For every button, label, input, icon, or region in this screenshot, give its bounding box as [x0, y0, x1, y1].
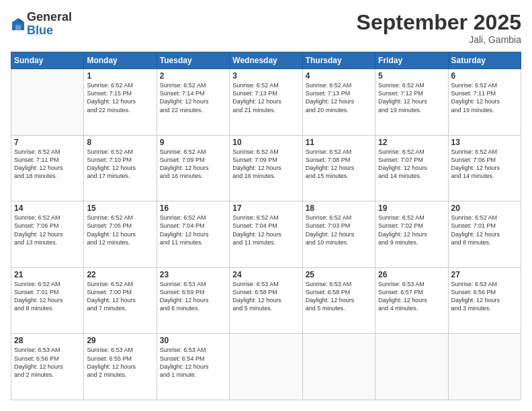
- calendar-cell: [302, 334, 375, 400]
- calendar-table: SundayMondayTuesdayWednesdayThursdayFrid…: [11, 52, 521, 400]
- day-number: 12: [378, 138, 445, 147]
- day-header-sunday: Sunday: [11, 52, 84, 69]
- calendar-cell: 5Sunrise: 6:52 AM Sunset: 7:12 PM Daylig…: [375, 69, 448, 136]
- calendar-cell: 13Sunrise: 6:52 AM Sunset: 7:06 PM Dayli…: [448, 135, 521, 201]
- calendar-cell: 30Sunrise: 6:53 AM Sunset: 6:54 PM Dayli…: [157, 334, 229, 400]
- day-number: 3: [232, 71, 299, 81]
- calendar-cell: 24Sunrise: 6:53 AM Sunset: 6:58 PM Dayli…: [230, 267, 302, 334]
- day-number: 18: [306, 203, 372, 213]
- day-info: Sunrise: 6:52 AM Sunset: 7:05 PM Dayligh…: [87, 214, 153, 246]
- calendar-week-1: 1Sunrise: 6:52 AM Sunset: 7:15 PM Daylig…: [11, 69, 521, 136]
- day-number: 25: [306, 270, 372, 279]
- calendar-cell: 21Sunrise: 6:52 AM Sunset: 7:01 PM Dayli…: [11, 267, 84, 334]
- calendar-cell: 25Sunrise: 6:53 AM Sunset: 6:58 PM Dayli…: [302, 267, 375, 334]
- day-info: Sunrise: 6:52 AM Sunset: 7:09 PM Dayligh…: [160, 148, 226, 181]
- day-header-friday: Friday: [375, 52, 448, 69]
- day-info: Sunrise: 6:52 AM Sunset: 7:02 PM Dayligh…: [378, 214, 445, 246]
- calendar-header-row: SundayMondayTuesdayWednesdayThursdayFrid…: [11, 52, 521, 69]
- day-info: Sunrise: 6:53 AM Sunset: 6:58 PM Dayligh…: [232, 280, 299, 313]
- calendar-cell: 9Sunrise: 6:52 AM Sunset: 7:09 PM Daylig…: [157, 135, 229, 201]
- day-number: 23: [160, 270, 226, 279]
- header: General Blue September 2025 Jali, Gambia: [11, 11, 521, 45]
- calendar-week-2: 7Sunrise: 6:52 AM Sunset: 7:11 PM Daylig…: [11, 135, 521, 201]
- logo-text: General Blue: [27, 11, 72, 38]
- day-number: 17: [232, 203, 299, 213]
- day-header-thursday: Thursday: [302, 52, 375, 69]
- day-info: Sunrise: 6:52 AM Sunset: 7:13 PM Dayligh…: [306, 81, 372, 114]
- day-info: Sunrise: 6:52 AM Sunset: 7:04 PM Dayligh…: [160, 214, 226, 246]
- day-number: 16: [160, 203, 226, 213]
- calendar-week-5: 28Sunrise: 6:53 AM Sunset: 6:56 PM Dayli…: [11, 334, 521, 400]
- day-info: Sunrise: 6:53 AM Sunset: 6:54 PM Dayligh…: [160, 346, 226, 379]
- calendar-cell: 8Sunrise: 6:52 AM Sunset: 7:10 PM Daylig…: [84, 135, 157, 201]
- location: Jali, Gambia: [357, 34, 521, 45]
- day-number: 19: [378, 203, 445, 213]
- page: General Blue September 2025 Jali, Gambia…: [0, 0, 532, 411]
- logo-icon: [11, 17, 26, 32]
- calendar-cell: [11, 69, 84, 136]
- day-number: 21: [14, 270, 81, 279]
- calendar-cell: 20Sunrise: 6:52 AM Sunset: 7:01 PM Dayli…: [448, 201, 521, 268]
- calendar-cell: 10Sunrise: 6:52 AM Sunset: 7:09 PM Dayli…: [230, 135, 302, 201]
- day-number: 2: [160, 71, 226, 81]
- day-info: Sunrise: 6:52 AM Sunset: 7:01 PM Dayligh…: [451, 214, 518, 246]
- day-info: Sunrise: 6:53 AM Sunset: 6:58 PM Dayligh…: [306, 280, 372, 313]
- day-info: Sunrise: 6:53 AM Sunset: 6:55 PM Dayligh…: [87, 346, 153, 379]
- calendar-cell: 17Sunrise: 6:52 AM Sunset: 7:04 PM Dayli…: [230, 201, 302, 268]
- calendar-cell: 23Sunrise: 6:53 AM Sunset: 6:59 PM Dayli…: [157, 267, 229, 334]
- day-info: Sunrise: 6:53 AM Sunset: 6:56 PM Dayligh…: [14, 346, 81, 379]
- day-number: 6: [451, 71, 518, 81]
- logo-blue: Blue: [27, 24, 72, 38]
- day-info: Sunrise: 6:52 AM Sunset: 7:07 PM Dayligh…: [378, 148, 445, 181]
- calendar-cell: 26Sunrise: 6:53 AM Sunset: 6:57 PM Dayli…: [375, 267, 448, 334]
- day-info: Sunrise: 6:52 AM Sunset: 7:13 PM Dayligh…: [232, 81, 299, 114]
- day-number: 11: [306, 138, 372, 147]
- calendar-cell: [375, 334, 448, 400]
- day-info: Sunrise: 6:53 AM Sunset: 6:57 PM Dayligh…: [378, 280, 445, 313]
- day-number: 28: [14, 336, 81, 345]
- calendar-cell: 22Sunrise: 6:52 AM Sunset: 7:00 PM Dayli…: [84, 267, 157, 334]
- calendar-week-4: 21Sunrise: 6:52 AM Sunset: 7:01 PM Dayli…: [11, 267, 521, 334]
- calendar-cell: 14Sunrise: 6:52 AM Sunset: 7:06 PM Dayli…: [11, 201, 84, 268]
- day-number: 22: [87, 270, 153, 279]
- day-number: 29: [87, 336, 153, 345]
- calendar-cell: 7Sunrise: 6:52 AM Sunset: 7:11 PM Daylig…: [11, 135, 84, 201]
- calendar-cell: 11Sunrise: 6:52 AM Sunset: 7:08 PM Dayli…: [302, 135, 375, 201]
- day-number: 4: [306, 71, 372, 81]
- calendar-cell: 1Sunrise: 6:52 AM Sunset: 7:15 PM Daylig…: [84, 69, 157, 136]
- day-info: Sunrise: 6:52 AM Sunset: 7:10 PM Dayligh…: [87, 148, 153, 181]
- day-info: Sunrise: 6:53 AM Sunset: 6:56 PM Dayligh…: [451, 280, 518, 313]
- calendar-cell: 15Sunrise: 6:52 AM Sunset: 7:05 PM Dayli…: [84, 201, 157, 268]
- day-number: 9: [160, 138, 226, 147]
- calendar-cell: 18Sunrise: 6:52 AM Sunset: 7:03 PM Dayli…: [302, 201, 375, 268]
- day-number: 7: [14, 138, 81, 147]
- day-info: Sunrise: 6:52 AM Sunset: 7:11 PM Dayligh…: [451, 81, 518, 114]
- day-number: 30: [160, 336, 226, 345]
- calendar-week-3: 14Sunrise: 6:52 AM Sunset: 7:06 PM Dayli…: [11, 201, 521, 268]
- logo: General Blue: [11, 11, 72, 38]
- calendar-cell: 28Sunrise: 6:53 AM Sunset: 6:56 PM Dayli…: [11, 334, 84, 400]
- day-number: 13: [451, 138, 518, 147]
- day-header-tuesday: Tuesday: [157, 52, 229, 69]
- calendar-cell: 3Sunrise: 6:52 AM Sunset: 7:13 PM Daylig…: [230, 69, 302, 136]
- day-number: 15: [87, 203, 153, 213]
- svg-marker-1: [18, 18, 24, 22]
- calendar-cell: [448, 334, 521, 400]
- day-info: Sunrise: 6:52 AM Sunset: 7:14 PM Dayligh…: [160, 81, 226, 114]
- day-info: Sunrise: 6:52 AM Sunset: 7:06 PM Dayligh…: [14, 214, 81, 246]
- calendar-cell: 12Sunrise: 6:52 AM Sunset: 7:07 PM Dayli…: [375, 135, 448, 201]
- day-info: Sunrise: 6:52 AM Sunset: 7:03 PM Dayligh…: [306, 214, 372, 246]
- day-number: 26: [378, 270, 445, 279]
- day-info: Sunrise: 6:52 AM Sunset: 7:06 PM Dayligh…: [451, 148, 518, 181]
- day-number: 24: [232, 270, 299, 279]
- day-number: 8: [87, 138, 153, 147]
- day-number: 20: [451, 203, 518, 213]
- day-header-monday: Monday: [84, 52, 157, 69]
- day-info: Sunrise: 6:52 AM Sunset: 7:08 PM Dayligh…: [306, 148, 372, 181]
- day-info: Sunrise: 6:52 AM Sunset: 7:15 PM Dayligh…: [87, 81, 153, 114]
- day-info: Sunrise: 6:52 AM Sunset: 7:04 PM Dayligh…: [232, 214, 299, 246]
- calendar-cell: 4Sunrise: 6:52 AM Sunset: 7:13 PM Daylig…: [302, 69, 375, 136]
- day-info: Sunrise: 6:52 AM Sunset: 7:11 PM Dayligh…: [14, 148, 81, 181]
- day-number: 1: [87, 71, 153, 81]
- title-block: September 2025 Jali, Gambia: [357, 11, 521, 45]
